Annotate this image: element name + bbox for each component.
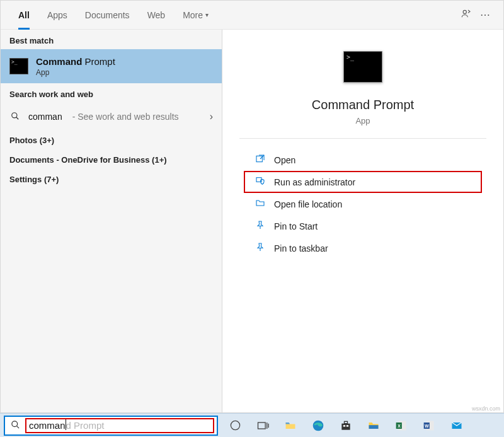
command-prompt-icon-large xyxy=(343,51,382,83)
section-work-web: Search work and web xyxy=(1,83,222,103)
group-photos[interactable]: Photos (3+) xyxy=(1,131,222,150)
best-match-title-rest: Prompt xyxy=(82,56,115,67)
action-open-loc-label: Open file location xyxy=(274,199,342,209)
svg-point-1 xyxy=(12,112,17,117)
search-ghost-text: d Prompt xyxy=(66,420,105,431)
group-documents[interactable]: Documents - OneDrive for Business (1+) xyxy=(1,150,222,170)
chevron-down-icon: ▾ xyxy=(205,11,209,18)
best-match-title-bold: Command xyxy=(36,56,82,67)
action-open-file-location[interactable]: Open file location xyxy=(222,193,503,215)
search-icon xyxy=(5,420,25,431)
windows-search-panel: All Apps Documents Web More ▾ ⋯ Best mat… xyxy=(0,0,504,413)
tab-all-label: All xyxy=(18,10,30,20)
preview-actions: Open Run as administrator Open file loca… xyxy=(222,149,503,259)
svg-point-7 xyxy=(11,421,17,426)
file-explorer-icon[interactable] xyxy=(277,414,304,437)
feedback-icon[interactable] xyxy=(457,8,476,22)
folder-icon xyxy=(255,198,265,210)
watermark: wsxdn.com xyxy=(472,405,500,412)
svg-point-9 xyxy=(231,421,239,429)
action-run-as-administrator[interactable]: Run as administrator xyxy=(244,171,482,193)
search-input[interactable]: command Prompt xyxy=(25,418,214,433)
svg-line-8 xyxy=(16,426,19,428)
preview-pane: Command Prompt App Open Run as administr… xyxy=(222,30,503,412)
action-pin-taskbar-label: Pin to taskbar xyxy=(274,243,328,253)
svg-rect-14 xyxy=(341,423,350,429)
search-typed-text: comman xyxy=(29,420,66,431)
web-search-term: comman xyxy=(28,112,62,122)
search-tabs: All Apps Documents Web More ▾ ⋯ xyxy=(1,1,503,30)
chevron-right-icon[interactable]: › xyxy=(210,111,213,122)
svg-rect-16 xyxy=(343,425,345,427)
best-match-subtitle: App xyxy=(36,68,115,77)
preview-divider xyxy=(239,138,486,139)
action-pin-to-taskbar[interactable]: Pin to taskbar xyxy=(222,237,503,259)
command-prompt-icon xyxy=(9,58,28,74)
svg-text:X: X xyxy=(398,423,401,428)
preview-title: Command Prompt xyxy=(312,98,414,112)
taskbar: command Prompt X W xyxy=(0,413,504,437)
action-open[interactable]: Open xyxy=(222,149,503,171)
svg-rect-17 xyxy=(346,425,348,427)
file-explorer-icon[interactable] xyxy=(360,414,387,437)
pin-icon xyxy=(255,220,265,232)
task-view-icon[interactable] xyxy=(249,414,276,437)
more-options-icon[interactable]: ⋯ xyxy=(476,9,495,21)
store-icon[interactable] xyxy=(333,414,359,437)
preview-subtitle: App xyxy=(355,116,370,125)
web-search-suggestion[interactable]: comman - See work and web results › xyxy=(1,103,222,131)
web-search-hint: - See work and web results xyxy=(72,112,179,122)
action-run-admin-label: Run as administrator xyxy=(274,177,355,187)
tab-more-label: More xyxy=(183,10,203,20)
tab-documents[interactable]: Documents xyxy=(76,1,139,30)
action-pin-start-label: Pin to Start xyxy=(274,221,318,231)
svg-text:W: W xyxy=(425,423,429,428)
tab-apps[interactable]: Apps xyxy=(38,1,76,30)
pin-icon xyxy=(255,242,265,254)
svg-rect-3 xyxy=(256,156,262,161)
open-icon xyxy=(255,154,265,166)
svg-rect-15 xyxy=(345,421,348,423)
action-open-label: Open xyxy=(274,155,295,165)
search-icon xyxy=(9,112,21,122)
admin-shield-icon xyxy=(255,176,265,188)
svg-point-0 xyxy=(463,10,466,13)
svg-line-2 xyxy=(16,117,19,119)
mail-icon[interactable] xyxy=(444,414,470,437)
best-match-title: Command Prompt xyxy=(36,56,115,67)
tab-apps-label: Apps xyxy=(47,10,67,20)
svg-rect-10 xyxy=(258,422,266,429)
tab-documents-label: Documents xyxy=(85,10,130,20)
tab-all[interactable]: All xyxy=(9,1,38,30)
excel-icon[interactable]: X xyxy=(388,414,415,437)
taskbar-search-box[interactable]: command Prompt xyxy=(4,416,218,436)
tab-web[interactable]: Web xyxy=(139,1,175,30)
word-icon[interactable]: W xyxy=(416,414,442,437)
edge-icon[interactable] xyxy=(305,414,331,437)
tab-more[interactable]: More ▾ xyxy=(174,1,217,30)
best-match-result[interactable]: Command Prompt App xyxy=(1,49,222,83)
section-best-match: Best match xyxy=(1,30,222,49)
cortana-icon[interactable] xyxy=(222,414,248,437)
action-pin-to-start[interactable]: Pin to Start xyxy=(222,215,503,237)
taskbar-icons: X W xyxy=(222,414,470,437)
tab-web-label: Web xyxy=(147,10,166,20)
results-column: Best match Command Prompt App Search wor… xyxy=(1,30,222,412)
group-settings[interactable]: Settings (7+) xyxy=(1,170,222,189)
